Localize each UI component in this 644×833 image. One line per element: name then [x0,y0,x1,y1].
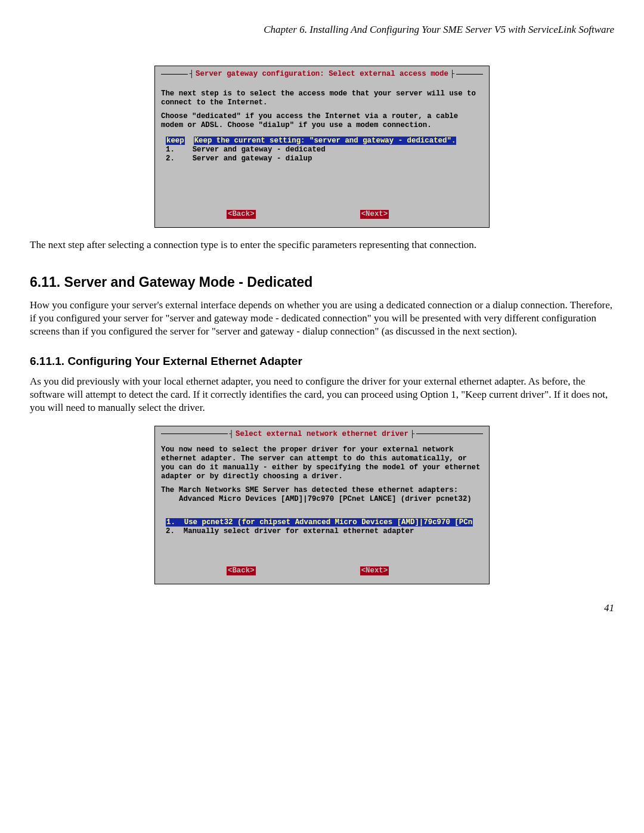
box-cap-right: ├ [408,430,416,439]
menu-item-manual-select[interactable]: 2. Manually select driver for external e… [166,527,483,536]
box-cap-left: ┤ [188,70,196,79]
dialog-text-2: Choose "dedicated" if you access the Int… [161,112,483,130]
section-heading: 6.11. Server and Gateway Mode - Dedicate… [30,274,614,290]
dialog-title: Select external network ethernet driver [236,430,408,439]
box-cap-left: ┤ [228,430,236,439]
screenshot-ethernet-driver: ┤ Select external network ethernet drive… [154,426,490,585]
menu-item-use-pcnet32[interactable]: 1. Use pcnet32 (for chipset Advanced Mic… [166,518,483,527]
box-cap-right: ├ [448,70,456,79]
menu-item-keep[interactable]: keep Keep the current setting: "server a… [166,137,483,145]
menu-item-dedicated[interactable]: 1. Server and gateway - dedicated [166,145,483,154]
section-paragraph: How you configure your server's external… [30,299,614,338]
dialog-text-2: The March Networks SME Server has detect… [161,486,483,504]
page-number: 41 [30,602,614,614]
next-button[interactable]: <Next> [360,210,389,219]
back-button[interactable]: <Back> [227,566,256,575]
subsection-heading: 6.11.1. Configuring Your External Ethern… [30,355,614,368]
caption-text-1: The next step after selecting a connecti… [30,239,614,252]
screenshot-gateway-config: ┤ Server gateway configuration: Select e… [154,66,490,228]
dialog-text-1: You now need to select the proper driver… [161,445,483,481]
subsection-paragraph: As you did previously with your local et… [30,375,614,414]
dialog-text-1: The next step is to select the access mo… [161,89,483,107]
back-button[interactable]: <Back> [227,210,256,219]
chapter-header: Chapter 6. Installing And Configuring Yo… [30,18,614,66]
dialog-title: Server gateway configuration: Select ext… [196,70,448,79]
next-button[interactable]: <Next> [360,566,389,575]
menu-item-dialup[interactable]: 2. Server and gateway - dialup [166,154,483,163]
